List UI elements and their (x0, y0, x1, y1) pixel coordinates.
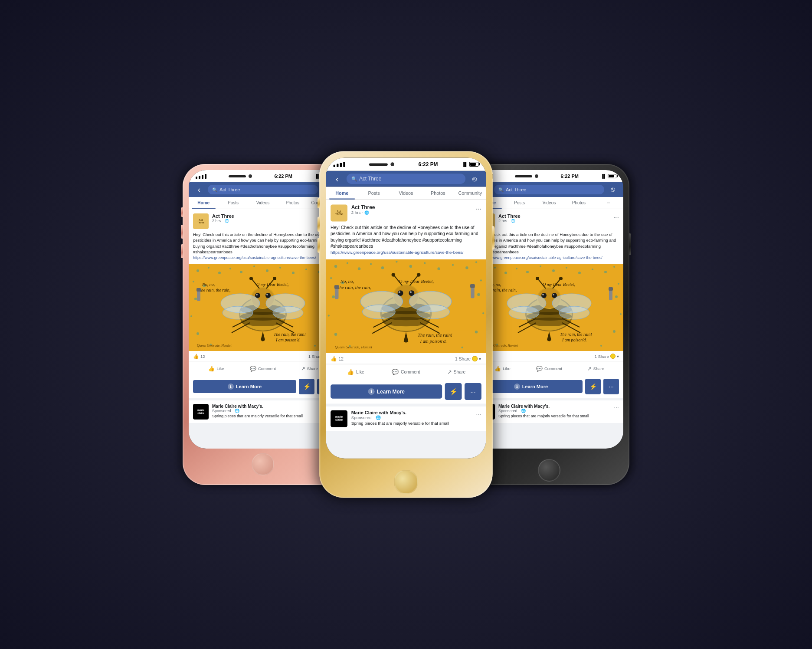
back-button-center[interactable]: ‹ (331, 174, 344, 184)
share-icon-right[interactable]: ⎋ (607, 186, 619, 193)
svg-point-117 (504, 272, 507, 274)
share-count-right: 1 Share ▾ (595, 354, 619, 359)
volume-up-center[interactable] (318, 217, 320, 232)
avatar-left: ActThree (193, 213, 209, 229)
home-button-right[interactable] (538, 459, 560, 482)
sponsored-options-center[interactable]: ··· (476, 410, 481, 417)
post-link-right[interactable]: https://www.greenpeace.org/usa/sustainab… (479, 256, 602, 260)
svg-point-119 (526, 271, 529, 273)
sponsored-meta-right: Marie Claire with Macy's. Sponsored · 🌐 … (498, 404, 610, 418)
back-button-left[interactable]: ‹ (193, 185, 205, 194)
svg-point-75 (328, 315, 330, 316)
post-author-right: Act Three (498, 213, 610, 219)
facebook-tabs-right: Home Posts Videos Photos ··· (475, 197, 623, 209)
post-card-right: ActThree Act Three 2 hrs · 🌐 ··· (475, 209, 623, 398)
learn-more-button-center[interactable]: ℹ Learn More (331, 384, 442, 398)
messenger-icon-center: ⚡ (449, 388, 457, 395)
svg-point-42 (273, 306, 303, 319)
svg-point-125 (604, 271, 607, 273)
search-text-left: Act Three (219, 187, 240, 192)
share-icon-center[interactable]: ⎋ (468, 174, 481, 183)
comment-button-center[interactable]: 💬 Comment (381, 366, 431, 378)
learn-more-button-right[interactable]: ℹ Learn More (479, 380, 583, 393)
messenger-button-center[interactable]: ⚡ (445, 383, 462, 400)
sponsored-options-right[interactable]: ··· (614, 404, 619, 411)
svg-text:O my Dear Beelet,: O my Dear Beelet, (256, 282, 288, 287)
svg-point-34 (266, 294, 268, 295)
tab-posts-center[interactable]: Posts (358, 187, 390, 199)
sponsored-sub-left: Sponsored · 🌐 (212, 409, 324, 413)
mute-button[interactable] (181, 207, 183, 217)
sponsored-card-center: marieclaire Marie Claire with Macy's. Sp… (326, 406, 486, 431)
like-button-center[interactable]: 👍 Like (331, 366, 381, 378)
power-button-center[interactable] (492, 226, 494, 249)
tab-photos-right[interactable]: Photos (564, 197, 593, 209)
tab-videos-center[interactable]: Videos (390, 187, 422, 199)
svg-point-148 (553, 294, 554, 295)
messenger-button-right[interactable]: ⚡ (585, 379, 601, 394)
svg-point-67 (452, 264, 454, 266)
svg-point-33 (256, 294, 258, 295)
volume-down-center[interactable] (318, 238, 320, 253)
search-bar-left[interactable]: 🔍 Act Three (208, 185, 318, 194)
post-options-center[interactable]: ··· (475, 205, 481, 213)
messenger-button-left[interactable]: ⚡ (299, 379, 314, 394)
tab-videos-left[interactable]: Videos (248, 197, 278, 209)
post-text-right: Hey! Check out this article on the decli… (475, 232, 623, 264)
svg-point-41 (223, 306, 253, 319)
svg-point-150 (536, 277, 539, 280)
tab-community-center[interactable]: Community (454, 187, 486, 199)
sponsored-text-center: Spring pieces that are majorly versatile… (351, 421, 472, 426)
search-bar-center[interactable]: 🔍 Act Three (347, 174, 465, 184)
learn-more-button-left[interactable]: ℹ Learn More (193, 380, 296, 393)
tab-posts-right[interactable]: Posts (504, 197, 534, 209)
svg-text:No, no,: No, no, (340, 279, 354, 284)
svg-point-152 (559, 277, 563, 280)
tab-photos-left[interactable]: Photos (278, 197, 307, 209)
sponsored-meta-center: Marie Claire with Macy's. Sponsored · 🌐 … (351, 410, 472, 426)
post-header-left: ActThree Act Three 2 hrs · 🌐 ··· (189, 209, 337, 232)
share-button-center[interactable]: ↗ Share (431, 366, 481, 378)
tab-home-center[interactable]: Home (326, 187, 358, 199)
post-options-right[interactable]: ··· (613, 213, 619, 221)
home-button-left[interactable] (252, 453, 274, 475)
tab-posts-left[interactable]: Posts (218, 197, 248, 209)
tab-community-right[interactable]: ··· (594, 197, 623, 209)
share-button-right[interactable]: ↗ Share (573, 363, 619, 374)
phone-right: 6:22 PM ▐▌ ‹ 🔍 Act Three (469, 164, 629, 485)
post-author-left: Act Three (212, 213, 324, 219)
thumbs-up-icon-right: 👍 (494, 366, 501, 372)
post-card-left: ActThree Act Three 2 hrs · 🌐 ··· (189, 209, 337, 398)
svg-point-155 (509, 306, 539, 319)
volume-up-button[interactable] (181, 225, 183, 239)
svg-text:O my Dear Beelet,: O my Dear Beelet, (399, 279, 434, 284)
tab-photos-center[interactable]: Photos (422, 187, 454, 199)
comment-button-right[interactable]: 💬 Comment (526, 363, 572, 374)
post-link-center[interactable]: https://www.greenpeace.org/usa/sustainab… (331, 250, 463, 255)
home-button-center[interactable] (394, 470, 418, 494)
search-bar-right[interactable]: 🔍 Act Three (494, 185, 604, 194)
sponsored-card-right: marieclaire Marie Claire with Macy's. Sp… (475, 400, 623, 423)
post-meta-right: Act Three 2 hrs · 🌐 (498, 213, 610, 223)
mute-button-center[interactable] (318, 198, 320, 208)
more-options-button-right[interactable]: ··· (603, 379, 619, 394)
tab-videos-right[interactable]: Videos (534, 197, 564, 209)
svg-text:O my Dear Beelet,: O my Dear Beelet, (543, 282, 575, 287)
svg-point-5 (240, 271, 242, 273)
power-button-right[interactable] (629, 233, 631, 255)
svg-point-131 (615, 295, 618, 298)
volume-down-button[interactable] (181, 244, 183, 258)
more-options-button-center[interactable]: ··· (465, 383, 481, 400)
svg-rect-53 (197, 290, 200, 301)
share-count-center: 1 Share ▾ (455, 356, 481, 362)
svg-point-7 (266, 269, 268, 272)
search-text-right: Act Three (506, 187, 527, 192)
svg-point-2 (208, 267, 210, 269)
learn-more-bar-left: ℹ Learn More ⚡ ··· (189, 376, 337, 398)
tab-home-left[interactable]: Home (189, 197, 218, 209)
like-button-left[interactable]: 👍 Like (193, 363, 239, 374)
coin-icon-right (610, 354, 616, 359)
svg-point-28 (241, 318, 285, 326)
comment-button-left[interactable]: 💬 Comment (239, 363, 286, 374)
post-link-left[interactable]: https://www.greenpeace.org/usa/sustainab… (193, 256, 316, 260)
